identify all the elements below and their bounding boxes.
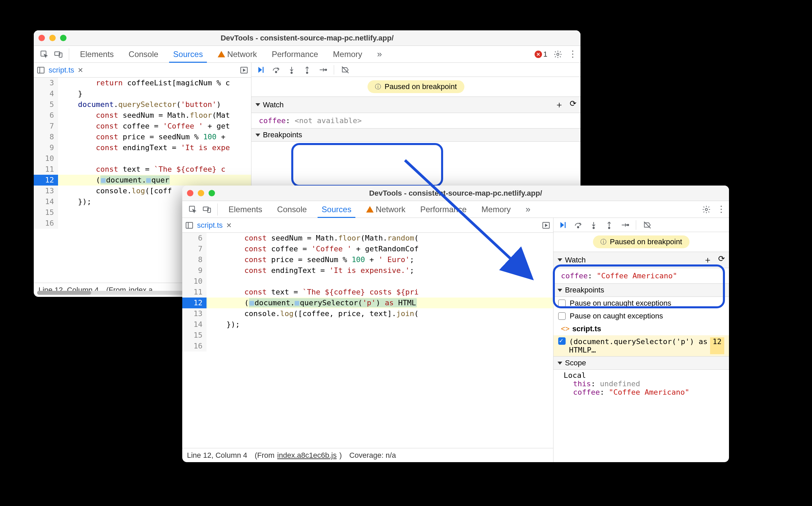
code-line[interactable]: 9 const endingText = 'It is expe xyxy=(34,142,251,153)
tab-network[interactable]: Network xyxy=(359,201,413,218)
scope-header[interactable]: Scope xyxy=(553,356,729,370)
paused-banner: ⓘ Paused on breakpoint xyxy=(251,77,580,96)
tab-network-label: Network xyxy=(227,50,257,59)
tab-elements[interactable]: Elements xyxy=(73,46,121,62)
code-line[interactable]: 12 (document.querySelector('p') as HTML xyxy=(182,298,553,308)
code-line[interactable]: 14 }); xyxy=(182,319,553,330)
deactivate-breakpoints-icon[interactable] xyxy=(341,65,350,74)
step-into-icon[interactable] xyxy=(287,65,296,74)
gear-icon[interactable] xyxy=(553,50,562,59)
inspect-icon[interactable] xyxy=(188,205,197,214)
watch-expr-value: <not available> xyxy=(295,116,362,125)
tab-elements[interactable]: Elements xyxy=(221,201,270,218)
checkbox-icon[interactable] xyxy=(558,312,566,320)
code-line[interactable]: 12 (document.quer xyxy=(34,175,251,186)
pause-uncaught-row[interactable]: Pause on uncaught exceptions xyxy=(553,297,729,310)
tab-performance[interactable]: Performance xyxy=(264,46,325,62)
step-icon[interactable] xyxy=(620,221,629,229)
tab-console[interactable]: Console xyxy=(270,201,314,218)
svg-rect-20 xyxy=(186,222,193,228)
kebab-icon[interactable]: ⋮ xyxy=(717,204,726,215)
tab-sources[interactable]: Sources xyxy=(314,201,359,218)
deactivate-breakpoints-icon[interactable] xyxy=(643,221,652,229)
inspect-icon[interactable] xyxy=(40,50,49,59)
step-out-icon[interactable] xyxy=(605,221,614,229)
checkbox-icon[interactable] xyxy=(558,300,566,307)
code-line[interactable]: 6 const seedNum = Math.floor(Math.random… xyxy=(182,233,553,244)
tab-more[interactable]: » xyxy=(518,201,536,218)
device-toggle-icon[interactable] xyxy=(54,50,63,59)
close-window-icon[interactable] xyxy=(187,190,193,196)
tab-memory[interactable]: Memory xyxy=(474,201,518,218)
breakpoints-header[interactable]: Breakpoints xyxy=(553,283,729,297)
close-icon[interactable]: ✕ xyxy=(78,66,83,74)
resume-icon[interactable] xyxy=(256,65,265,74)
code-line[interactable]: 10 xyxy=(34,153,251,164)
watch-title: Watch xyxy=(263,101,284,109)
breakpoint-file[interactable]: <> script.ts xyxy=(553,322,729,335)
paused-banner: ⓘ Paused on breakpoint xyxy=(553,232,729,252)
code-line[interactable]: 11 const text = `The ${coffee} costs ${p… xyxy=(182,287,553,298)
step-over-icon[interactable] xyxy=(574,221,583,229)
code-line[interactable]: 3 return coffeeList[magicNum % c xyxy=(34,78,251,88)
breakpoints-title: Breakpoints xyxy=(263,131,302,139)
breakpoints-title: Breakpoints xyxy=(565,286,604,294)
breakpoints-header[interactable]: Breakpoints xyxy=(251,128,580,142)
code-line[interactable]: 10 xyxy=(182,276,553,287)
pause-caught-label: Pause on caught exceptions xyxy=(570,312,663,320)
gear-icon[interactable] xyxy=(702,205,711,214)
tab-sources[interactable]: Sources xyxy=(166,46,210,62)
file-tab[interactable]: script.ts ✕ xyxy=(45,66,87,75)
code-line[interactable]: 5 document.querySelector('button') xyxy=(34,99,251,110)
code-line[interactable]: 8 const price = seedNum % 100 + ' Euro'; xyxy=(182,254,553,265)
tab-console[interactable]: Console xyxy=(121,46,166,62)
step-over-icon[interactable] xyxy=(272,65,280,74)
status-source-file[interactable]: index.a8c1ec6b.js xyxy=(277,451,336,460)
tab-memory[interactable]: Memory xyxy=(326,46,370,62)
code-line[interactable]: 4 } xyxy=(34,88,251,99)
maximize-window-icon[interactable] xyxy=(209,190,215,196)
step-into-icon[interactable] xyxy=(589,221,598,229)
run-snippet-icon[interactable] xyxy=(542,221,550,230)
code-editor[interactable]: 6 const seedNum = Math.floor(Math.random… xyxy=(182,233,553,448)
code-line[interactable]: 6 const seedNum = Math.floor(Mat xyxy=(34,110,251,121)
maximize-window-icon[interactable] xyxy=(60,35,66,41)
svg-point-3 xyxy=(557,53,559,55)
checkbox-icon[interactable] xyxy=(558,337,566,345)
panel-toggle-icon[interactable] xyxy=(36,66,45,75)
tab-network[interactable]: Network xyxy=(210,46,264,62)
close-icon[interactable]: ✕ xyxy=(226,221,232,229)
tab-more[interactable]: » xyxy=(370,46,387,62)
code-line[interactable]: 13 console.log([coffee, price, text].joi… xyxy=(182,308,553,319)
tab-performance[interactable]: Performance xyxy=(413,201,474,218)
resume-icon[interactable] xyxy=(558,221,567,229)
minimize-window-icon[interactable] xyxy=(198,190,204,196)
code-line[interactable]: 16 xyxy=(182,341,553,352)
refresh-icon[interactable]: ⟳ xyxy=(570,99,576,111)
run-snippet-icon[interactable] xyxy=(240,66,248,75)
code-line[interactable]: 8 const price = seedNum % 100 + xyxy=(34,132,251,142)
refresh-icon[interactable]: ⟳ xyxy=(718,254,725,266)
watch-header[interactable]: Watch ＋ ⟳ xyxy=(553,252,729,268)
code-line[interactable]: 15 xyxy=(182,330,553,341)
code-line[interactable]: 9 const endingText = 'It is expensive.'; xyxy=(182,265,553,276)
step-out-icon[interactable] xyxy=(303,65,312,74)
watch-title: Watch xyxy=(565,256,586,264)
pause-caught-row[interactable]: Pause on caught exceptions xyxy=(553,310,729,322)
watch-header[interactable]: Watch ＋ ⟳ xyxy=(251,96,580,113)
close-window-icon[interactable] xyxy=(38,35,45,41)
scope-local-label: Local xyxy=(564,371,586,380)
kebab-icon[interactable]: ⋮ xyxy=(568,49,577,59)
minimize-window-icon[interactable] xyxy=(49,35,56,41)
error-count[interactable]: 1 xyxy=(535,50,547,59)
panel-toggle-icon[interactable] xyxy=(185,221,194,230)
file-tab[interactable]: script.ts ✕ xyxy=(194,221,235,230)
code-line[interactable]: 7 const coffee = 'Coffee ' + getRandomCo… xyxy=(182,244,553,254)
add-watch-icon[interactable]: ＋ xyxy=(703,254,712,266)
code-line[interactable]: 7 const coffee = 'Coffee ' + get xyxy=(34,121,251,132)
step-icon[interactable] xyxy=(318,65,327,74)
breakpoint-row[interactable]: (document.querySelector('p') as HTMLP… 1… xyxy=(553,335,729,356)
add-watch-icon[interactable]: ＋ xyxy=(555,99,564,111)
code-line[interactable]: 11 const text = `The ${coffee} c xyxy=(34,164,251,175)
device-toggle-icon[interactable] xyxy=(202,205,211,214)
